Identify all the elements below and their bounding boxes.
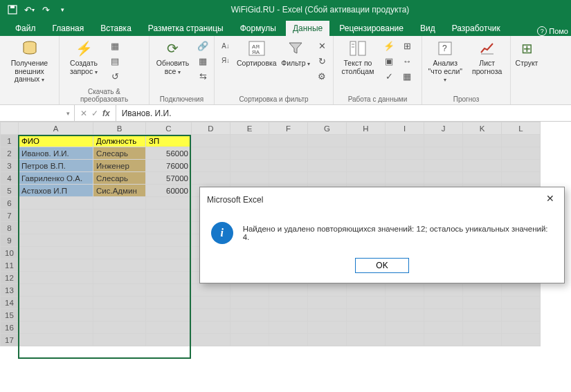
row-header[interactable]: 4 bbox=[1, 172, 19, 185]
cell[interactable]: Гавриленко О.А. bbox=[19, 172, 93, 185]
ok-button[interactable]: OK bbox=[355, 258, 409, 273]
sort-button[interactable]: АЯЯА Сортировка bbox=[237, 39, 277, 68]
advanced-filter-icon[interactable]: ⚙ bbox=[315, 69, 329, 83]
tab-view[interactable]: Вид bbox=[413, 21, 442, 36]
svg-rect-6 bbox=[350, 41, 356, 55]
relationships-icon[interactable]: ↔ bbox=[400, 54, 414, 68]
tab-review[interactable]: Рецензирование bbox=[332, 21, 410, 36]
get-external-data-button[interactable]: Получение внешних данных ▾ bbox=[4, 39, 55, 84]
query-bolt-icon: ⚡ bbox=[74, 39, 93, 58]
undo-icon[interactable]: ↶▾ bbox=[22, 3, 36, 17]
row-header[interactable]: 10 bbox=[1, 247, 19, 259]
col-header[interactable]: I bbox=[386, 122, 424, 135]
col-header[interactable]: H bbox=[347, 122, 386, 135]
from-table-icon[interactable]: ▤ bbox=[108, 54, 122, 68]
col-header[interactable]: G bbox=[308, 122, 347, 135]
cell[interactable]: 57000 bbox=[146, 172, 192, 185]
flash-fill-icon[interactable]: ⚡ bbox=[382, 39, 396, 53]
cell[interactable]: Слесарь bbox=[93, 172, 146, 185]
col-header[interactable]: E bbox=[230, 122, 269, 135]
manage-data-model-icon[interactable]: ▦ bbox=[400, 69, 414, 83]
row-header[interactable]: 12 bbox=[1, 272, 19, 284]
fx-icon[interactable]: fx bbox=[102, 109, 110, 118]
ribbon-tabs: Файл Главная Вставка Разметка страницы Ф… bbox=[0, 19, 571, 36]
consolidate-icon[interactable]: ⊞ bbox=[400, 39, 414, 53]
col-header[interactable]: F bbox=[269, 122, 308, 135]
edit-links-icon[interactable]: ⇆ bbox=[196, 69, 210, 83]
tab-file[interactable]: Файл bbox=[8, 21, 43, 36]
properties-icon[interactable]: ▦ bbox=[196, 54, 210, 68]
cell[interactable]: Астахов И.П bbox=[19, 185, 93, 197]
tell-me-button[interactable]: ?Помо bbox=[537, 26, 568, 36]
show-queries-icon[interactable]: ▦ bbox=[108, 39, 122, 53]
tab-page-layout[interactable]: Разметка страницы bbox=[141, 21, 230, 36]
qat-customize-icon[interactable]: ▾ bbox=[55, 3, 69, 17]
reapply-icon[interactable]: ↻ bbox=[315, 54, 329, 68]
col-header[interactable]: K bbox=[463, 122, 502, 135]
cell[interactable]: 76000 bbox=[146, 160, 192, 172]
save-icon[interactable] bbox=[6, 3, 19, 17]
cell[interactable]: Петров В.П. bbox=[19, 160, 93, 172]
cancel-icon[interactable]: ✕ bbox=[80, 109, 87, 118]
row-header[interactable]: 3 bbox=[1, 160, 19, 172]
chevron-down-icon[interactable]: ▾ bbox=[66, 110, 70, 117]
formula-bar: ▾ ✕ ✓ fx Иванов. И.И. bbox=[0, 105, 571, 122]
tab-insert[interactable]: Вставка bbox=[93, 21, 138, 36]
cell[interactable]: Инженер bbox=[93, 160, 146, 172]
text-to-columns-button[interactable]: Текст по столбцам bbox=[338, 39, 378, 75]
clear-filter-icon[interactable]: ✕ bbox=[315, 39, 329, 53]
sort-az-icon[interactable]: A↓ bbox=[219, 39, 233, 53]
cell[interactable]: 56000 bbox=[146, 147, 192, 160]
tab-data[interactable]: Данные bbox=[286, 21, 329, 36]
select-all-corner[interactable] bbox=[1, 122, 19, 135]
redo-icon[interactable]: ↷ bbox=[39, 3, 53, 17]
group-label-forecast: Прогноз bbox=[426, 94, 506, 103]
row-header[interactable]: 2 bbox=[1, 147, 19, 160]
recent-sources-icon[interactable]: ↺ bbox=[108, 69, 122, 83]
tab-developer[interactable]: Разработчик bbox=[445, 21, 507, 36]
row-header[interactable]: 16 bbox=[1, 321, 19, 334]
forecast-sheet-button[interactable]: Лист прогноза bbox=[469, 39, 507, 75]
row-header[interactable]: 8 bbox=[1, 222, 19, 234]
cell[interactable]: Должность bbox=[93, 135, 146, 147]
connections-icon[interactable]: 🔗 bbox=[196, 39, 210, 53]
col-header[interactable]: L bbox=[502, 122, 541, 135]
sort-za-icon[interactable]: Я↓ bbox=[219, 53, 233, 67]
row-header[interactable]: 7 bbox=[1, 209, 19, 222]
cell[interactable]: Слесарь bbox=[93, 147, 146, 160]
row-header[interactable]: 9 bbox=[1, 234, 19, 247]
tab-home[interactable]: Главная bbox=[46, 21, 91, 36]
row-header[interactable]: 11 bbox=[1, 259, 19, 272]
row-header[interactable]: 5 bbox=[1, 185, 19, 197]
data-validation-icon[interactable]: ✓ bbox=[382, 69, 396, 83]
col-header[interactable]: A bbox=[19, 122, 93, 135]
cell[interactable]: ФИО bbox=[19, 135, 93, 147]
col-header[interactable]: B bbox=[93, 122, 146, 135]
cell[interactable]: Иванов. И.И. bbox=[19, 147, 93, 160]
filter-button[interactable]: Фильтр ▾ bbox=[281, 39, 311, 68]
new-query-button[interactable]: ⚡ Создать запрос ▾ bbox=[64, 39, 104, 75]
tab-formulas[interactable]: Формулы bbox=[233, 21, 283, 36]
sort-icon: АЯЯА bbox=[247, 39, 266, 58]
enter-icon[interactable]: ✓ bbox=[91, 109, 98, 118]
name-box[interactable]: ▾ bbox=[0, 105, 75, 121]
row-header[interactable]: 15 bbox=[1, 309, 19, 321]
row-header[interactable]: 6 bbox=[1, 197, 19, 209]
row-header[interactable]: 13 bbox=[1, 284, 19, 297]
cell[interactable]: 60000 bbox=[146, 185, 192, 197]
remove-duplicates-icon[interactable]: ▣ bbox=[382, 54, 396, 68]
row-header[interactable]: 17 bbox=[1, 334, 19, 346]
col-header[interactable]: D bbox=[192, 122, 230, 135]
row-header[interactable]: 1 bbox=[1, 135, 19, 147]
row-header[interactable]: 14 bbox=[1, 297, 19, 309]
group-label-get-transform: Скачать & преобразовать bbox=[64, 86, 145, 103]
col-header[interactable]: J bbox=[424, 122, 463, 135]
refresh-all-button[interactable]: ⟳ Обновить все ▾ bbox=[154, 39, 192, 75]
cell[interactable]: ЗП bbox=[146, 135, 192, 147]
cell[interactable]: Сис.Админ bbox=[93, 185, 146, 197]
close-icon[interactable]: ✕ bbox=[543, 193, 557, 207]
formula-input[interactable]: Иванов. И.И. bbox=[116, 109, 571, 118]
col-header[interactable]: C bbox=[146, 122, 192, 135]
outline-button[interactable]: ⊞ Структ bbox=[515, 39, 538, 68]
what-if-button[interactable]: ? Анализ "что если" ▾ bbox=[426, 39, 464, 84]
